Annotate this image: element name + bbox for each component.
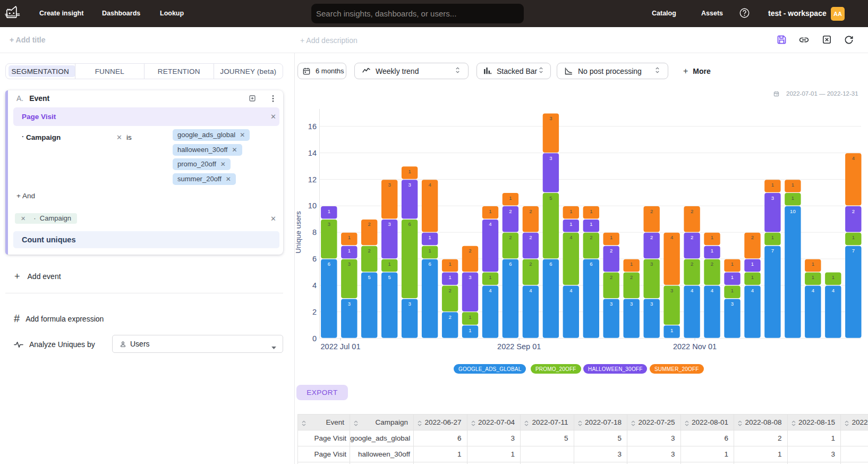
- svg-text:3: 3: [388, 182, 391, 188]
- svg-text:3: 3: [610, 301, 612, 307]
- svg-text:2: 2: [509, 208, 512, 214]
- svg-text:2: 2: [590, 234, 592, 240]
- svg-text:2022 Nov 01: 2022 Nov 01: [673, 342, 717, 351]
- svg-text:1: 1: [751, 261, 754, 267]
- svg-text:10: 10: [308, 201, 317, 210]
- svg-text:4: 4: [711, 288, 713, 293]
- svg-text:4: 4: [812, 288, 814, 293]
- svg-text:2: 2: [852, 208, 855, 214]
- svg-text:2: 2: [312, 308, 317, 316]
- svg-text:7: 7: [852, 248, 855, 254]
- svg-text:1: 1: [348, 234, 351, 240]
- svg-text:4: 4: [428, 182, 431, 188]
- svg-text:6: 6: [590, 261, 592, 267]
- svg-text:2: 2: [610, 274, 612, 280]
- svg-text:1: 1: [771, 234, 774, 240]
- svg-text:6: 6: [509, 261, 512, 267]
- svg-text:10: 10: [790, 208, 796, 214]
- svg-text:1: 1: [509, 195, 512, 201]
- svg-text:1: 1: [852, 234, 855, 240]
- svg-text:5: 5: [388, 274, 391, 280]
- svg-text:6: 6: [428, 261, 431, 267]
- svg-text:3: 3: [348, 261, 351, 267]
- svg-text:2: 2: [368, 248, 371, 254]
- svg-text:1: 1: [469, 314, 471, 320]
- svg-text:2: 2: [529, 234, 532, 240]
- svg-text:3: 3: [630, 301, 633, 307]
- svg-text:1: 1: [832, 274, 835, 280]
- svg-text:6: 6: [328, 261, 330, 267]
- svg-text:2: 2: [529, 261, 532, 267]
- svg-text:1: 1: [731, 261, 734, 267]
- svg-text:4: 4: [832, 288, 835, 293]
- svg-text:4: 4: [569, 288, 572, 293]
- svg-text:1: 1: [711, 248, 713, 254]
- svg-text:2022 Jul 01: 2022 Jul 01: [321, 342, 361, 351]
- svg-text:4: 4: [489, 288, 491, 293]
- svg-text:3: 3: [348, 301, 351, 307]
- svg-text:2: 2: [691, 208, 693, 214]
- svg-text:1: 1: [448, 274, 451, 280]
- svg-text:1: 1: [731, 288, 734, 293]
- svg-text:1: 1: [771, 182, 774, 188]
- svg-text:1: 1: [630, 261, 633, 267]
- svg-text:3: 3: [388, 221, 391, 227]
- svg-text:6: 6: [549, 261, 552, 267]
- svg-text:1: 1: [388, 261, 391, 267]
- svg-text:5: 5: [368, 274, 371, 280]
- svg-text:2: 2: [650, 234, 653, 240]
- svg-text:1: 1: [569, 221, 572, 227]
- svg-text:4: 4: [852, 155, 855, 161]
- svg-text:2: 2: [630, 274, 633, 280]
- svg-text:2: 2: [691, 261, 693, 267]
- svg-text:1: 1: [489, 274, 491, 280]
- svg-text:3: 3: [670, 288, 673, 293]
- svg-text:4: 4: [751, 288, 754, 293]
- svg-text:1: 1: [569, 208, 572, 214]
- svg-text:12: 12: [308, 175, 317, 184]
- svg-text:3: 3: [650, 261, 653, 267]
- svg-text:2022 Sep 01: 2022 Sep 01: [497, 342, 541, 351]
- svg-text:1: 1: [428, 234, 431, 240]
- svg-text:1: 1: [448, 261, 451, 267]
- svg-text:6: 6: [312, 255, 317, 263]
- svg-text:2: 2: [610, 248, 612, 254]
- svg-text:3: 3: [408, 182, 411, 188]
- svg-text:4: 4: [312, 281, 317, 290]
- svg-text:1: 1: [792, 182, 794, 188]
- svg-text:2: 2: [650, 208, 653, 214]
- svg-text:1: 1: [812, 274, 814, 280]
- svg-text:3: 3: [771, 195, 774, 201]
- svg-text:3: 3: [731, 301, 734, 307]
- svg-text:1: 1: [792, 195, 794, 201]
- svg-text:14: 14: [308, 149, 317, 157]
- svg-text:2: 2: [448, 288, 451, 293]
- svg-text:2: 2: [469, 248, 471, 254]
- svg-text:2: 2: [448, 314, 451, 320]
- svg-text:16: 16: [308, 122, 317, 131]
- svg-text:3: 3: [408, 301, 411, 307]
- svg-text:4: 4: [489, 221, 491, 227]
- svg-text:4: 4: [670, 234, 673, 240]
- svg-text:3: 3: [549, 115, 552, 121]
- svg-text:4: 4: [569, 234, 572, 240]
- svg-text:1: 1: [590, 221, 592, 227]
- svg-text:1: 1: [408, 168, 411, 174]
- svg-text:1: 1: [812, 261, 814, 267]
- svg-text:1: 1: [469, 327, 471, 333]
- svg-text:6: 6: [408, 221, 411, 227]
- svg-text:1: 1: [711, 234, 713, 240]
- svg-text:1: 1: [348, 248, 351, 254]
- svg-text:1: 1: [610, 234, 612, 240]
- svg-text:Unique users: Unique users: [294, 211, 302, 254]
- svg-text:1: 1: [751, 274, 754, 280]
- svg-text:3: 3: [549, 155, 552, 161]
- svg-text:1: 1: [328, 208, 330, 214]
- svg-text:3: 3: [328, 221, 330, 227]
- svg-text:1: 1: [428, 248, 431, 254]
- svg-text:3: 3: [469, 274, 471, 280]
- svg-text:1: 1: [731, 274, 734, 280]
- svg-text:2: 2: [529, 208, 532, 214]
- svg-text:7: 7: [771, 248, 774, 254]
- svg-text:4: 4: [691, 288, 693, 293]
